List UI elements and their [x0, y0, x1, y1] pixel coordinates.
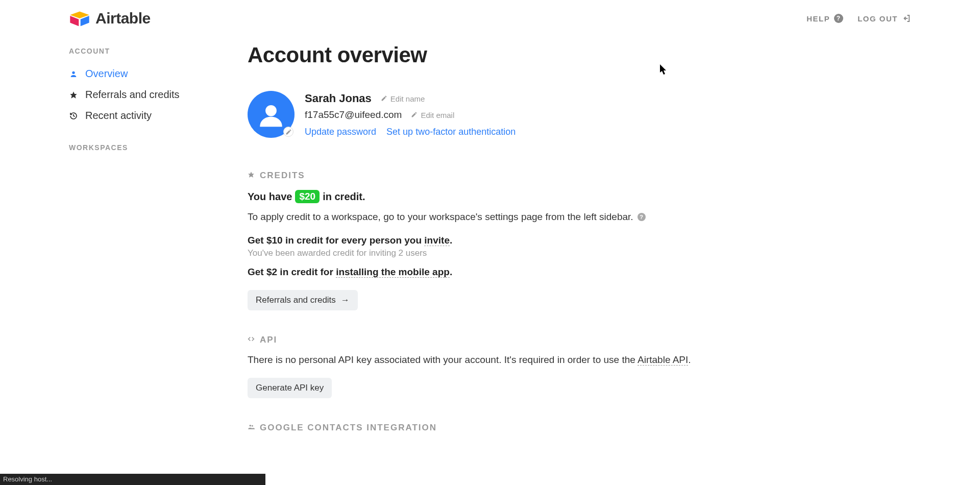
credit-amount: $20: [295, 190, 320, 203]
help-link[interactable]: HELP ?: [806, 14, 843, 23]
users-icon: [248, 423, 255, 433]
help-icon[interactable]: ?: [638, 213, 646, 221]
pencil-icon: [381, 94, 387, 103]
star-icon: [69, 91, 78, 99]
sidebar-item-label: Recent activity: [85, 110, 152, 122]
api-text-post: .: [688, 354, 691, 365]
page-title: Account overview: [248, 43, 789, 67]
credit-text-pre: You have: [248, 191, 292, 203]
user-icon: [69, 70, 78, 78]
google-contacts-section: GOOGLE CONTACTS INTEGRATION: [248, 423, 789, 433]
sidebar-item-referrals[interactable]: Referrals and credits: [69, 84, 217, 105]
airtable-api-link[interactable]: Airtable API: [638, 354, 688, 366]
credit-invite-pre: Get $10 in credit for every person you: [248, 235, 424, 246]
generate-api-key-button[interactable]: Generate API key: [248, 378, 332, 398]
code-icon: [248, 335, 255, 345]
svg-marker-4: [70, 91, 77, 98]
sidebar-item-activity[interactable]: Recent activity: [69, 105, 217, 126]
credit-text-post: in credit.: [323, 191, 365, 203]
main-content: Account overview Sarah Jonas Edit name f…: [248, 42, 789, 442]
gcontacts-heading: GOOGLE CONTACTS INTEGRATION: [260, 423, 437, 433]
help-icon: ?: [834, 14, 843, 23]
browser-status-bar: Resolving host...: [0, 474, 265, 485]
api-text-pre: There is no personal API key associated …: [248, 354, 638, 365]
api-heading: API: [260, 335, 277, 345]
svg-point-8: [252, 425, 253, 427]
edit-email-link[interactable]: Edit email: [411, 111, 454, 119]
avatar-edit-icon[interactable]: [283, 127, 293, 137]
credits-heading: CREDITS: [260, 171, 305, 181]
referrals-credits-button[interactable]: Referrals and credits →: [248, 290, 358, 310]
credit-invite-sub: You've been awarded credit for inviting …: [248, 248, 789, 258]
edit-name-link[interactable]: Edit name: [381, 94, 425, 103]
arrow-right-icon: →: [341, 295, 350, 305]
help-label: HELP: [806, 14, 830, 23]
sidebar-item-overview[interactable]: Overview: [69, 63, 217, 84]
sidebar-item-label: Referrals and credits: [85, 89, 180, 101]
sidebar-item-label: Overview: [85, 68, 128, 80]
svg-point-5: [265, 105, 277, 116]
airtable-logo-icon: [69, 10, 90, 27]
install-mobile-link[interactable]: installing the mobile app: [336, 266, 450, 278]
user-name: Sarah Jonas: [305, 92, 372, 105]
referrals-btn-label: Referrals and credits: [256, 295, 336, 305]
setup-2fa-link[interactable]: Set up two-factor authentication: [386, 127, 516, 137]
star-icon: [248, 171, 255, 181]
update-password-link[interactable]: Update password: [305, 127, 376, 137]
brand-name: Airtable: [95, 10, 151, 27]
credit-mobile-post: .: [450, 266, 452, 277]
sidebar-heading-account: ACCOUNT: [69, 47, 217, 55]
logout-icon: [902, 14, 911, 23]
pencil-icon: [411, 111, 418, 119]
edit-email-label: Edit email: [421, 111, 454, 119]
avatar[interactable]: [248, 91, 295, 138]
invite-link[interactable]: invite: [424, 235, 450, 246]
svg-marker-6: [248, 172, 254, 178]
credit-mobile-pre: Get $2 in credit for: [248, 266, 336, 277]
history-icon: [69, 112, 78, 120]
credit-invite-post: .: [450, 235, 452, 246]
svg-point-3: [72, 71, 75, 74]
logout-link[interactable]: LOG OUT: [857, 14, 911, 23]
svg-point-7: [250, 425, 252, 427]
edit-name-label: Edit name: [390, 94, 425, 103]
logout-label: LOG OUT: [857, 14, 898, 23]
sidebar-heading-workspaces: WORKSPACES: [69, 143, 217, 152]
brand-logo[interactable]: Airtable: [69, 10, 151, 27]
sidebar: ACCOUNT Overview Referrals and credits R…: [69, 42, 217, 442]
generate-api-label: Generate API key: [256, 383, 324, 393]
user-email: f17a55c7@uifeed.com: [305, 109, 402, 120]
api-section: API There is no personal API key associa…: [248, 335, 789, 398]
credit-apply-text: To apply credit to a workspace, go to yo…: [248, 211, 633, 223]
credits-section: CREDITS You have $20 in credit. To apply…: [248, 171, 789, 310]
